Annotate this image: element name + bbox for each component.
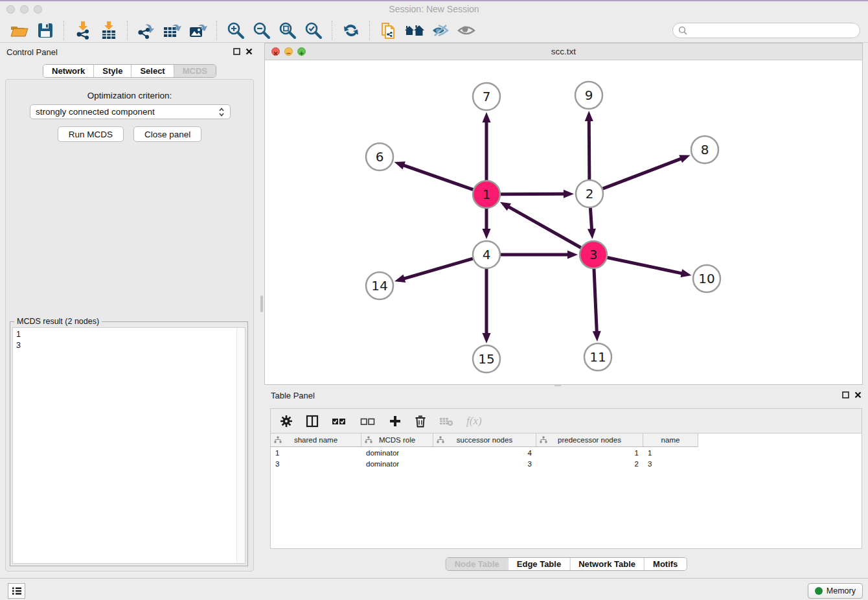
graph-node-label: 9 xyxy=(585,87,593,103)
function-builder-icon[interactable]: f(x) xyxy=(466,415,482,428)
table-row[interactable]: 3dominator323 xyxy=(271,458,698,469)
columns-icon[interactable] xyxy=(306,415,319,428)
table-cell[interactable]: 1 xyxy=(271,449,361,457)
tab-motifs[interactable]: Motifs xyxy=(644,558,686,570)
graph-edge-arrowhead xyxy=(588,229,596,239)
search-icon xyxy=(678,26,687,35)
export-image-button[interactable] xyxy=(187,20,209,41)
show-all-button[interactable] xyxy=(455,20,477,41)
run-mcds-button[interactable]: Run MCDS xyxy=(58,126,124,142)
network-title: scc.txt xyxy=(265,47,862,56)
result-scrollbar[interactable] xyxy=(236,328,245,563)
node-table: shared nameMCDS rolesuccessor nodesprede… xyxy=(270,433,862,549)
import-table-button[interactable] xyxy=(98,20,120,41)
mcds-result-group: MCDS result (2 nodes) 1 3 xyxy=(10,321,248,566)
graph-edge-arrowhead xyxy=(483,229,491,239)
task-history-button[interactable] xyxy=(8,583,25,599)
tab-style[interactable]: Style xyxy=(93,65,131,77)
close-panel-icon[interactable] xyxy=(246,48,253,55)
zoom-in-button[interactable] xyxy=(225,20,247,41)
search-field[interactable] xyxy=(672,23,860,38)
zoom-out-button[interactable] xyxy=(251,20,273,41)
graph-edge[interactable] xyxy=(507,206,581,248)
status-bar: Memory xyxy=(0,578,868,600)
export-table-button[interactable] xyxy=(161,20,183,41)
gear-icon[interactable] xyxy=(280,415,293,428)
close-panel-icon[interactable] xyxy=(854,391,862,398)
unselect-all-icon[interactable] xyxy=(360,416,376,426)
graph-edge-arrowhead xyxy=(394,161,405,169)
column-header-mcds-role[interactable]: MCDS role xyxy=(361,433,433,446)
tab-network-table[interactable]: Network Table xyxy=(569,558,644,570)
layout-refresh-button[interactable] xyxy=(340,20,362,41)
table-toolbar: f(x) xyxy=(270,408,862,433)
toolbar-separator xyxy=(63,21,65,40)
column-header-predecessor-nodes[interactable]: predecessor nodes xyxy=(536,433,643,446)
graph-edge[interactable] xyxy=(501,194,565,194)
control-panel-tabs: NetworkStyleSelectMCDS xyxy=(43,64,216,78)
export-network-button[interactable] xyxy=(135,20,157,41)
column-header-name[interactable]: name xyxy=(643,433,698,446)
toolbar-separator xyxy=(216,21,218,40)
zoom-in-icon xyxy=(227,21,245,40)
chevron-up-down-icon xyxy=(218,107,225,117)
graph-edge-arrowhead xyxy=(679,155,690,163)
table-row[interactable]: 1dominator411 xyxy=(271,447,698,458)
graph-edge[interactable] xyxy=(403,259,473,279)
table-cell[interactable]: 2 xyxy=(536,460,643,468)
graph-edge[interactable] xyxy=(603,158,683,189)
tab-mcds[interactable]: MCDS xyxy=(174,65,216,77)
table-cell[interactable]: dominator xyxy=(361,449,433,457)
graph-edge[interactable] xyxy=(590,208,591,231)
table-cell[interactable]: 3 xyxy=(433,460,536,468)
table-cell[interactable]: 1 xyxy=(536,449,643,457)
open-file-button[interactable] xyxy=(8,20,30,41)
zoom-fit-button[interactable] xyxy=(277,20,299,41)
hierarchy-icon xyxy=(540,436,547,443)
graph-edge[interactable] xyxy=(589,119,589,179)
network-window: scc.txt 7968124314101511 xyxy=(264,43,863,385)
tab-node-table[interactable]: Node Table xyxy=(446,558,508,570)
float-panel-icon[interactable] xyxy=(233,48,240,55)
network-canvas[interactable]: 7968124314101511 xyxy=(265,60,862,384)
mcds-result-box[interactable]: 1 3 xyxy=(12,327,246,564)
control-panel: Control Panel NetworkStyleSelectMCDS Opt… xyxy=(0,43,259,578)
graph-node-label: 2 xyxy=(586,186,594,202)
select-all-icon[interactable] xyxy=(332,416,347,426)
save-session-button[interactable] xyxy=(34,20,56,41)
table-cell[interactable]: 1 xyxy=(643,449,698,457)
column-header-shared-name[interactable]: shared name xyxy=(271,433,361,446)
table-cell[interactable]: 3 xyxy=(643,460,698,468)
column-header-successor-nodes[interactable]: successor nodes xyxy=(433,433,536,446)
memory-button[interactable]: Memory xyxy=(808,583,863,599)
hide-selected-button[interactable] xyxy=(429,20,451,41)
home-button[interactable] xyxy=(404,20,426,41)
delete-table-icon[interactable] xyxy=(439,416,453,426)
graph-edge[interactable] xyxy=(608,258,683,274)
delete-column-icon[interactable] xyxy=(415,415,426,428)
graph-edge[interactable] xyxy=(402,165,473,189)
graph-edge-arrowhead xyxy=(564,190,574,198)
zoom-selected-button[interactable] xyxy=(303,20,325,41)
optimization-criterion-dropdown[interactable]: strongly connected component xyxy=(30,104,231,119)
import-network-button[interactable] xyxy=(72,20,94,41)
float-panel-icon[interactable] xyxy=(842,391,849,398)
close-panel-button[interactable]: Close panel xyxy=(133,126,201,142)
hierarchy-icon xyxy=(274,436,282,443)
layout-refresh-icon xyxy=(342,22,360,39)
clone-network-button[interactable] xyxy=(378,20,400,41)
table-cell[interactable]: 4 xyxy=(433,449,536,457)
graph-edge[interactable] xyxy=(594,269,597,333)
table-cell[interactable]: 3 xyxy=(271,460,361,468)
tab-edge-table[interactable]: Edge Table xyxy=(508,558,569,570)
tab-select[interactable]: Select xyxy=(131,65,173,77)
graph-node-label: 11 xyxy=(589,349,606,365)
vertical-splitter[interactable] xyxy=(259,43,264,578)
tab-network[interactable]: Network xyxy=(43,65,93,77)
save-session-icon xyxy=(37,22,54,39)
add-column-icon[interactable] xyxy=(389,415,402,428)
optimization-criterion-label: Optimization criterion: xyxy=(6,91,253,100)
graph-edge-arrowhead xyxy=(681,269,692,277)
search-input[interactable] xyxy=(691,25,854,36)
table-cell[interactable]: dominator xyxy=(361,460,433,468)
